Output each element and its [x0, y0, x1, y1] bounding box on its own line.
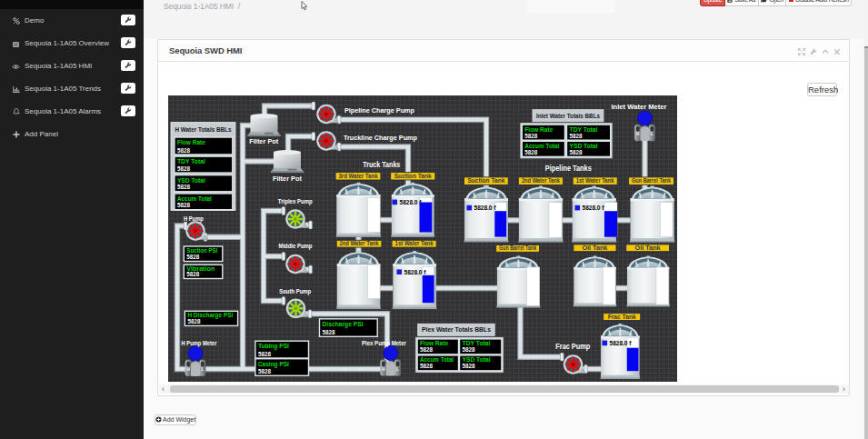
svg-text:5828: 5828 [420, 362, 433, 370]
svg-text:Triplex Pump: Triplex Pump [278, 197, 313, 205]
svg-text:5828: 5828 [420, 345, 433, 354]
svg-text:Suction Tank: Suction Tank [467, 176, 504, 185]
svg-text:Frac Tank: Frac Tank [608, 313, 636, 321]
svg-text:5828: 5828 [524, 148, 537, 156]
svg-text:5828: 5828 [463, 362, 475, 370]
svg-text:5828.0 f: 5828.0 f [400, 198, 422, 206]
svg-text:5828.0 f: 5828.0 f [610, 339, 632, 347]
svg-text:5828.0 f: 5828.0 f [583, 204, 604, 212]
svg-text:Suction Tank: Suction Tank [394, 172, 432, 180]
svg-text:Frac Pump: Frac Pump [555, 342, 590, 351]
svg-text:Inlet Water Meter: Inlet Water Meter [612, 103, 667, 111]
svg-text:Filter Pot: Filter Pot [273, 175, 302, 183]
svg-text:5828: 5828 [186, 253, 199, 261]
svg-text:Filter Pot: Filter Pot [249, 137, 278, 145]
svg-text:5828: 5828 [177, 183, 190, 191]
svg-text:Plex Pump Meter: Plex Pump Meter [362, 339, 406, 347]
svg-text:5828: 5828 [177, 146, 190, 155]
svg-text:5828: 5828 [177, 201, 190, 209]
svg-text:Oil Tank: Oil Tank [635, 244, 661, 252]
svg-text:2nd Water Tank: 2nd Water Tank [340, 239, 379, 247]
svg-text:Gun Barrel Tank: Gun Barrel Tank [632, 176, 671, 185]
svg-text:Middle Pump: Middle Pump [279, 242, 313, 250]
svg-text:Oil Tank: Oil Tank [582, 244, 607, 252]
svg-text:Pipeline Tanks: Pipeline Tanks [545, 164, 592, 173]
svg-text:5828: 5828 [187, 317, 200, 325]
svg-text:South Pump: South Pump [279, 287, 311, 295]
svg-text:3rd Water Tank: 3rd Water Tank [339, 172, 378, 180]
svg-text:5828: 5828 [258, 367, 271, 375]
svg-text:H Pump Meter: H Pump Meter [182, 339, 217, 347]
svg-text:5828: 5828 [186, 270, 199, 278]
svg-text:5828: 5828 [570, 148, 583, 156]
svg-text:5828: 5828 [323, 328, 335, 336]
svg-text:5828: 5828 [570, 132, 583, 140]
svg-text:H Water Totals BBLs: H Water Totals BBLs [175, 125, 232, 134]
svg-text:2nd Water Tank: 2nd Water Tank [522, 176, 560, 185]
svg-text:Truckline Charge Pump: Truckline Charge Pump [344, 134, 417, 142]
svg-text:5828: 5828 [177, 165, 190, 173]
svg-text:Truck Tanks: Truck Tanks [363, 160, 400, 169]
svg-text:1st Water Tank: 1st Water Tank [395, 239, 434, 247]
svg-text:5828.0 f: 5828.0 f [474, 204, 496, 212]
svg-text:Gun Barrel Tank: Gun Barrel Tank [499, 244, 536, 252]
svg-text:Inlet Water Totals BBLs: Inlet Water Totals BBLs [536, 112, 600, 120]
svg-text:5828.0 f: 5828.0 f [404, 268, 426, 276]
svg-text:Pipeline Charge Pump: Pipeline Charge Pump [344, 106, 414, 115]
svg-text:H Pump: H Pump [184, 215, 204, 223]
svg-text:5828: 5828 [258, 350, 271, 358]
svg-text:5828: 5828 [524, 132, 537, 140]
svg-text:1st Water Tank: 1st Water Tank [576, 176, 614, 185]
svg-text:5828: 5828 [463, 345, 475, 354]
svg-text:Plex Water Totals BBLs: Plex Water Totals BBLs [422, 325, 491, 334]
